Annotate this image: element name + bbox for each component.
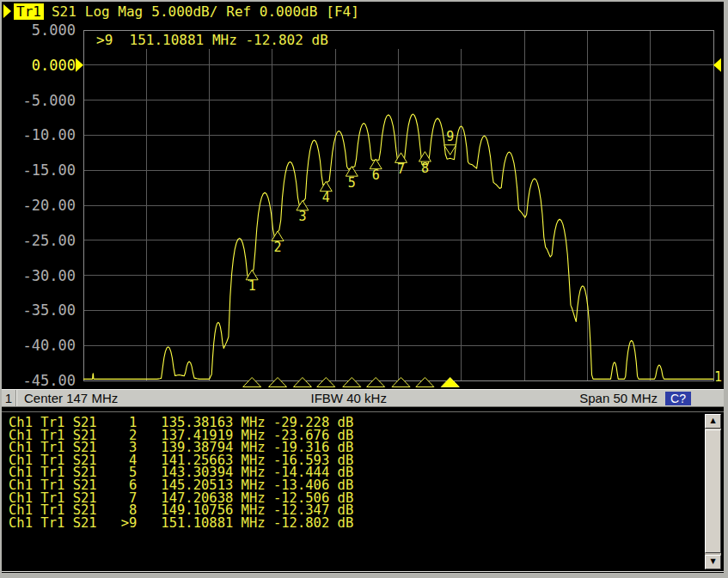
marker-position-tick <box>392 378 410 387</box>
marker-position-tick <box>441 378 459 387</box>
plot-channel-number: 1 <box>714 369 722 385</box>
window-border-bottom <box>0 573 728 578</box>
window-border-left <box>0 0 2 578</box>
trace1-badge[interactable]: Tr1 <box>14 3 44 20</box>
marker-number: 4 <box>322 190 330 205</box>
y-axis-label: -10.00 <box>23 126 76 143</box>
marker-number: 8 <box>421 161 429 176</box>
center-frequency-label[interactable]: Center 147 MHz <box>24 391 118 405</box>
instrument-state: [F4] <box>326 3 359 20</box>
y-axis-label: -25.00 <box>23 232 76 249</box>
y-axis-label: 5.000 <box>32 21 76 39</box>
ref-level-arrow-right-icon <box>713 58 721 72</box>
plot-area: 5.0000.000-5.000-10.00-15.00-20.00-25.00… <box>0 0 728 391</box>
trace-title-bar: Tr1 S21 Log Mag 5.000dB/ Ref 0.000dB [F4… <box>2 2 368 21</box>
y-axis-label: -40.00 <box>23 337 76 354</box>
marker-number: 5 <box>348 175 356 191</box>
readout-marker-number: >9 <box>96 32 113 48</box>
ref-level-arrow-left-icon <box>76 58 83 72</box>
active-trace-arrow-icon <box>3 4 11 18</box>
marker-number: 1 <box>248 278 256 294</box>
readout-frequency: 151.10881 <box>130 32 205 48</box>
active-marker-number: 9 <box>446 129 454 144</box>
y-axis-label: -15.00 <box>23 161 76 179</box>
marker-position-tick <box>367 378 385 387</box>
ifbw-label[interactable]: IFBW 40 kHz <box>311 391 387 405</box>
cal-status-badge: C? <box>665 392 691 405</box>
channel-indicator[interactable]: 1 <box>2 390 16 406</box>
y-axis-label: -45.00 <box>23 372 76 389</box>
marker-number: 7 <box>397 161 405 177</box>
marker-position-tick <box>293 378 311 387</box>
readout-value-unit: dB <box>312 32 328 48</box>
marker-position-tick <box>343 378 361 387</box>
y-axis-label: 0.000 <box>32 57 76 74</box>
marker-position-tick <box>416 378 434 387</box>
vertical-scrollbar[interactable]: ▲ ▼ <box>705 414 721 569</box>
scroll-down-button[interactable]: ▼ <box>705 555 721 569</box>
marker-table-panel: Ch1 Tr1 S21 1 135.38163 MHz -29.228 dBCh… <box>2 411 724 572</box>
marker-number: 6 <box>372 167 380 183</box>
window-border-top <box>0 0 728 2</box>
y-axis-label: -5.000 <box>23 92 76 109</box>
marker-table-row: Ch1 Tr1 S21 >9 151.10881 MHz -12.802 dB <box>9 517 353 530</box>
scroll-up-button[interactable]: ▲ <box>705 414 721 429</box>
y-axis-label: -20.00 <box>23 197 76 214</box>
marker-number: 2 <box>274 240 282 255</box>
marker-position-tick <box>317 378 335 387</box>
status-bar: 1 Center 147 MHz IFBW 40 kHz Span 50 MHz… <box>2 389 724 407</box>
trace-reference[interactable]: Ref 0.000dB <box>226 3 317 20</box>
y-axis-label: -30.00 <box>23 267 76 284</box>
active-marker-triangle[interactable] <box>444 145 456 155</box>
scrollbar-thumb[interactable] <box>705 429 721 553</box>
marker-position-tick <box>269 378 287 387</box>
marker-table: Ch1 Tr1 S21 1 135.38163 MHz -29.228 dBCh… <box>9 417 353 529</box>
trace-scale[interactable]: 5.000dB/ <box>151 3 217 20</box>
span-frequency-label[interactable]: Span 50 MHz <box>579 391 658 405</box>
trace-parameter[interactable]: S21 <box>52 3 76 20</box>
trace-format[interactable]: Log Mag <box>85 3 143 20</box>
marker-readout: >9 151.10881 MHz -12.802 dB <box>96 32 328 48</box>
window-border-right <box>724 0 728 578</box>
y-axis-label: -35.00 <box>23 301 76 319</box>
marker-position-tick <box>243 378 261 387</box>
readout-value: -12.802 <box>245 32 303 48</box>
marker-number: 3 <box>298 209 306 224</box>
readout-frequency-unit: MHz <box>212 32 237 48</box>
vna-screen: Tr1 S21 Log Mag 5.000dB/ Ref 0.000dB [F4… <box>0 0 728 578</box>
